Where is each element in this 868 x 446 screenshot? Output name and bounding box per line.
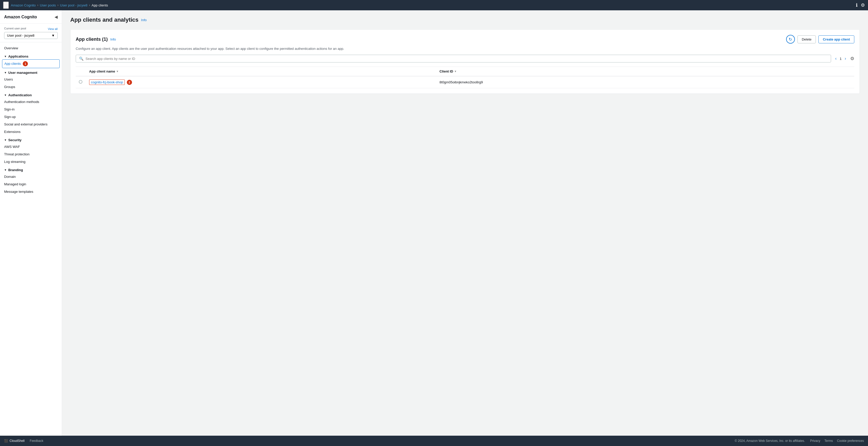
sidebar: Amazon Cognito ◀ Current user pool View …: [0, 10, 62, 436]
sidebar-section-security[interactable]: ▼ Security: [0, 136, 62, 143]
card-description: Configure an app client. App clients are…: [76, 47, 854, 50]
app-clients-count: 1: [103, 37, 106, 42]
sidebar-item-sign-up[interactable]: Sign-up: [0, 113, 62, 121]
sidebar-nav: Overview ▼ Applications App clients 1 ▼ …: [0, 42, 62, 436]
sidebar-header: Amazon Cognito ◀: [0, 10, 62, 24]
cloudshell-label: CloudShell: [9, 439, 25, 443]
info-icon-button[interactable]: ℹ: [856, 2, 858, 8]
top-nav-right: ℹ ⚙: [856, 2, 865, 8]
sidebar-item-app-clients[interactable]: App clients 1: [2, 59, 60, 68]
sidebar-item-sign-in[interactable]: Sign-in: [0, 106, 62, 113]
sidebar-item-overview[interactable]: Overview: [0, 44, 62, 52]
sidebar-section-authentication[interactable]: ▼ Authentication: [0, 91, 62, 98]
create-app-client-button[interactable]: Create app client: [818, 35, 854, 43]
page-number: 1: [840, 57, 841, 61]
sidebar-section-applications-label: Applications: [8, 55, 28, 58]
main-content: App clients and analytics Info App clien…: [62, 10, 868, 436]
page-info-link[interactable]: Info: [141, 18, 147, 22]
sidebar-title: Amazon Cognito: [4, 15, 37, 20]
footer-privacy-link[interactable]: Privacy: [810, 439, 820, 443]
footer-terms-link[interactable]: Terms: [824, 439, 833, 443]
pool-name: User pool - jscyw8: [7, 34, 34, 37]
next-page-button[interactable]: ›: [843, 56, 847, 61]
pool-selector[interactable]: User pool - jscyw8 ▼: [4, 32, 58, 39]
cloudshell-icon: ⬛: [4, 439, 8, 443]
table-settings-icon[interactable]: ⚙: [850, 56, 854, 61]
pagination: ‹ 1 ›: [834, 56, 847, 61]
sidebar-item-threat-protection[interactable]: Threat protection: [0, 150, 62, 158]
breadcrumb-sep-3: ›: [89, 3, 90, 7]
sidebar-section-user-management-label: User management: [8, 71, 37, 75]
sidebar-section-authentication-label: Authentication: [8, 93, 32, 97]
footer-copyright: © 2024, Amazon Web Services, Inc. or its…: [735, 439, 805, 443]
sidebar-item-message-templates[interactable]: Message templates: [0, 188, 62, 195]
card-title-area: App clients (1) Info: [76, 37, 116, 42]
sidebar-section-branding-label: Branding: [8, 168, 23, 172]
search-bar-row: 🔍 ‹ 1 › ⚙: [76, 55, 854, 63]
card-actions: ↻ Delete Create app client: [786, 35, 854, 44]
top-navigation: ☰ Amazon Cognito › User pools › User poo…: [0, 0, 868, 10]
card-title: App clients (1): [76, 37, 108, 42]
sort-id-icon: ▼: [454, 70, 457, 73]
sidebar-item-domain[interactable]: Domain: [0, 173, 62, 180]
app-clients-card: App clients (1) Info ↻ Delete Create app…: [70, 29, 860, 94]
table-row: cognito-fcj-book-shop 2 8t0gm05oibnjkmek…: [76, 76, 854, 88]
breadcrumb-user-pools[interactable]: User pools: [40, 3, 56, 7]
sidebar-section-security-label: Security: [8, 138, 22, 142]
app-clients-badge: 1: [23, 61, 28, 66]
sidebar-item-social-providers[interactable]: Social and external providers: [0, 121, 62, 128]
sidebar-item-groups[interactable]: Groups: [0, 83, 62, 91]
sidebar-pool-section: Current user pool View all User pool - j…: [0, 24, 62, 42]
sidebar-item-extensions[interactable]: Extensions: [0, 128, 62, 136]
settings-icon-button[interactable]: ⚙: [861, 2, 865, 8]
breadcrumb-user-pool[interactable]: User pool - jscyw8: [60, 3, 87, 7]
row-radio[interactable]: [79, 80, 83, 83]
row-radio-cell: [76, 76, 86, 88]
card-header: App clients (1) Info ↻ Delete Create app…: [76, 35, 854, 44]
sidebar-item-auth-methods[interactable]: Authentication methods: [0, 98, 62, 106]
sidebar-section-branding[interactable]: ▼ Branding: [0, 166, 62, 173]
current-pool-label: Current user pool: [4, 27, 26, 30]
sidebar-item-aws-waf[interactable]: AWS WAF: [0, 143, 62, 150]
menu-toggle[interactable]: ☰: [3, 2, 9, 9]
feedback-link[interactable]: Feedback: [30, 439, 43, 443]
arrow-icon-3: ▼: [4, 94, 7, 97]
sort-name-icon: ▼: [116, 70, 119, 73]
sidebar-item-managed-login[interactable]: Managed login: [0, 180, 62, 188]
row-name-cell: cognito-fcj-book-shop 2: [86, 76, 436, 88]
client-name-link[interactable]: cognito-fcj-book-shop: [89, 79, 125, 85]
delete-button[interactable]: Delete: [798, 35, 816, 43]
footer-links: Privacy Terms Cookie preferences: [810, 439, 864, 443]
arrow-icon-4: ▼: [4, 139, 7, 141]
client-id-value: 8t0gm05oibnjkmeko2too8rg9: [439, 80, 483, 84]
table-header-name[interactable]: App client name ▼: [86, 67, 436, 76]
page-header: App clients and analytics Info: [70, 16, 860, 23]
table-header-check: [76, 67, 86, 76]
breadcrumb-sep-1: ›: [37, 3, 38, 7]
table-header-client-id[interactable]: Client ID ▼: [436, 67, 854, 76]
cloudshell-button[interactable]: ⬛ CloudShell: [4, 439, 25, 443]
breadcrumb-amazon-cognito[interactable]: Amazon Cognito: [11, 3, 36, 7]
prev-page-button[interactable]: ‹: [834, 56, 838, 61]
footer: ⬛ CloudShell Feedback © 2024, Amazon Web…: [0, 436, 868, 446]
row-client-id-cell: 8t0gm05oibnjkmeko2too8rg9: [436, 76, 854, 88]
footer-cookie-link[interactable]: Cookie preferences: [837, 439, 864, 443]
sidebar-item-log-streaming[interactable]: Log streaming: [0, 158, 62, 166]
search-input[interactable]: [86, 57, 828, 61]
breadcrumb-sep-2: ›: [57, 3, 58, 7]
breadcrumb-current: App clients: [91, 3, 108, 7]
sidebar-section-user-management[interactable]: ▼ User management: [0, 68, 62, 76]
refresh-button[interactable]: ↻: [786, 35, 795, 44]
page-title: App clients and analytics: [70, 16, 138, 23]
sidebar-item-users[interactable]: Users: [0, 76, 62, 83]
view-all-link[interactable]: View all: [48, 27, 58, 30]
search-icon: 🔍: [79, 57, 84, 61]
pool-dropdown-icon: ▼: [52, 34, 55, 37]
arrow-icon-5: ▼: [4, 169, 7, 171]
arrow-icon: ▼: [4, 55, 7, 58]
step-badge-2: 2: [127, 80, 132, 85]
app-clients-table: App client name ▼ Client ID ▼: [76, 67, 854, 88]
sidebar-collapse-button[interactable]: ◀: [55, 14, 58, 20]
card-info-link[interactable]: Info: [110, 37, 116, 41]
sidebar-section-applications[interactable]: ▼ Applications: [0, 52, 62, 59]
